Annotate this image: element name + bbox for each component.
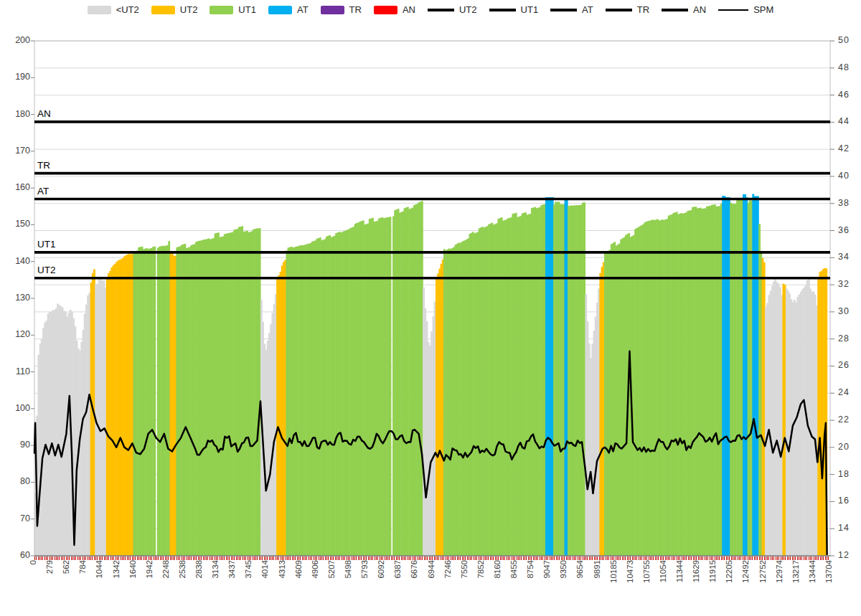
y-left-tick-label: 60 (1, 550, 30, 560)
x-tick-label: 9654 (575, 560, 584, 579)
x-tick-label: 5498 (344, 560, 352, 579)
chart-canvas: <UT2UT2UT1ATTRANUT2UT1ATTRANSPM 20019018… (0, 0, 861, 616)
y-left-tick-label: 130 (1, 293, 30, 303)
x-tick-label: 13444 (808, 560, 817, 583)
x-tick-label: 3745 (244, 560, 253, 579)
zone-column (390, 217, 392, 556)
y-left-tick-label: 190 (1, 72, 30, 82)
x-tick-label: 7852 (476, 560, 485, 579)
zone-column (154, 247, 156, 556)
y-right-tick-label: 24 (838, 387, 861, 397)
y-left-tick-label: 70 (1, 513, 30, 523)
x-tick-label: 7550 (460, 560, 469, 579)
x-tick-label: 4609 (294, 560, 303, 579)
y-left-tick-label: 160 (1, 182, 30, 192)
y-right-tick-label: 20 (838, 442, 861, 452)
x-tick-label: 8455 (509, 560, 518, 579)
x-tick-label: 1640 (128, 560, 137, 579)
x-tick-label: 13217 (791, 560, 800, 583)
x-tick-label: 11629 (692, 560, 700, 582)
x-tick-label: 10755 (642, 560, 651, 583)
y-right-tick-label: 38 (838, 198, 861, 208)
x-tick-label: 4313 (278, 560, 286, 579)
x-tick-label: 12492 (741, 560, 750, 583)
y-right-tick-label: 30 (838, 306, 861, 316)
y-left-tick-label: 140 (1, 256, 30, 266)
y-left-tick-label: 110 (1, 366, 30, 376)
x-tick-label: 8160 (493, 560, 502, 579)
y-right-tick-label: 28 (838, 333, 861, 343)
y-right-tick-label: 36 (838, 225, 861, 235)
x-tick-label: 4906 (311, 560, 319, 579)
x-tick-label: 279 (45, 560, 54, 574)
y-left-tick-label: 100 (1, 403, 30, 413)
y-right-tick-label: 22 (838, 414, 861, 425)
y-left-tick-label: 180 (1, 109, 30, 119)
y-right-tick-label: 16 (838, 496, 861, 506)
x-tick-label: 6387 (393, 560, 402, 579)
x-tick-label: 0 (29, 560, 37, 564)
y-right-tick-label: 42 (838, 143, 861, 153)
x-tick-label: 13704 (824, 560, 833, 583)
y-left-tick-label: 120 (1, 329, 30, 339)
x-tick-label: 1942 (145, 560, 154, 579)
plot-area (0, 0, 861, 616)
x-tick-label: 2538 (178, 560, 187, 579)
x-tick-label: 9047 (542, 560, 551, 579)
x-tick-label: 12205 (725, 560, 733, 583)
x-tick-label: 562 (62, 560, 70, 574)
x-tick-label: 5793 (360, 560, 369, 579)
x-tick-label: 1044 (95, 560, 103, 579)
x-tick-label: 6092 (377, 560, 385, 579)
x-tick-label: 6676 (410, 560, 418, 579)
y-right-tick-label: 14 (838, 523, 861, 533)
y-left-tick-label: 200 (1, 35, 30, 45)
y-left-tick-label: 150 (1, 219, 30, 229)
x-axis-minor-ticks (34, 556, 830, 560)
y-right-tick-label: 48 (838, 62, 861, 72)
x-tick-label: 2838 (194, 560, 203, 579)
x-tick-label: 784 (78, 560, 87, 574)
x-tick-label: 1342 (112, 560, 121, 579)
x-tick-label: 11344 (675, 560, 684, 582)
x-tick-label: 6944 (427, 560, 436, 579)
y-right-tick-label: 12 (838, 550, 861, 560)
x-tick-label: 10473 (626, 560, 634, 583)
threshold-label-an: AN (37, 108, 51, 119)
x-tick-label: 8754 (526, 560, 535, 579)
x-tick-label: 4014 (260, 560, 269, 579)
x-tick-label: 12974 (775, 560, 784, 583)
x-tick-label: 12752 (758, 560, 767, 583)
y-right-tick-label: 44 (838, 116, 861, 126)
x-tick-label: 7246 (443, 560, 452, 579)
threshold-label-at: AT (37, 186, 49, 196)
y-left-tick-label: 170 (1, 146, 30, 156)
threshold-label-tr: TR (37, 160, 50, 171)
y-left-tick-label: 90 (1, 440, 30, 450)
x-tick-label: 2248 (161, 560, 170, 579)
threshold-label-ut1: UT1 (37, 239, 56, 250)
y-right-tick-label: 46 (838, 90, 861, 100)
y-right-tick-label: 32 (838, 279, 861, 289)
x-tick-label: 11915 (708, 560, 717, 582)
x-tick-label: 9350 (559, 560, 568, 579)
y-right-tick-label: 26 (838, 360, 861, 370)
y-right-tick-label: 40 (838, 171, 861, 181)
y-right-tick-label: 18 (838, 469, 861, 479)
y-right-tick-label: 50 (838, 35, 861, 45)
y-left-tick-label: 80 (1, 476, 30, 486)
threshold-label-ut2: UT2 (37, 265, 56, 275)
y-right-tick-label: 34 (838, 252, 861, 262)
x-tick-label: 9891 (593, 560, 601, 579)
x-tick-label: 5207 (327, 560, 336, 579)
x-tick-label: 10185 (609, 560, 618, 583)
x-tick-label: 3134 (211, 560, 220, 579)
x-tick-label: 3437 (227, 560, 236, 579)
x-tick-label: 11054 (659, 560, 667, 582)
